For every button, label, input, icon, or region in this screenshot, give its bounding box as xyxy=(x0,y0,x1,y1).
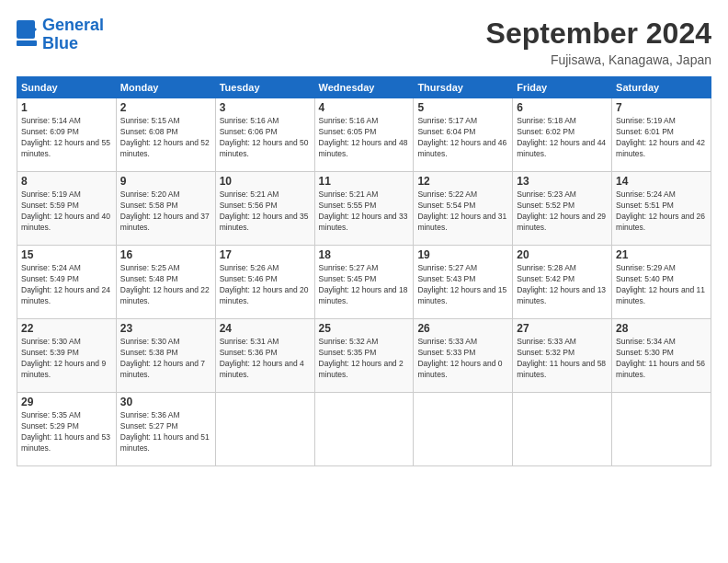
day-number: 24 xyxy=(220,322,311,335)
day-info: Sunrise: 5:26 AM Sunset: 5:46 PM Dayligh… xyxy=(220,263,311,307)
daylight-label: Daylight: 11 hours and 56 minutes. xyxy=(616,359,705,379)
sunset-label: Sunset: 6:06 PM xyxy=(220,127,278,136)
day-info: Sunrise: 5:19 AM Sunset: 5:59 PM Dayligh… xyxy=(21,190,112,234)
daylight-label: Daylight: 12 hours and 44 minutes. xyxy=(517,138,606,158)
calendar-cell: 30 Sunrise: 5:36 AM Sunset: 5:27 PM Dayl… xyxy=(116,393,215,466)
daylight-label: Daylight: 12 hours and 26 minutes. xyxy=(616,212,705,232)
sunrise-label: Sunrise: 5:16 AM xyxy=(319,116,379,125)
sunset-label: Sunset: 5:51 PM xyxy=(616,201,674,210)
sunrise-label: Sunrise: 5:33 AM xyxy=(417,337,477,346)
sunset-label: Sunset: 5:56 PM xyxy=(220,201,278,210)
day-info: Sunrise: 5:24 AM Sunset: 5:49 PM Dayligh… xyxy=(21,263,112,307)
day-info: Sunrise: 5:16 AM Sunset: 6:05 PM Dayligh… xyxy=(319,116,410,160)
daylight-label: Daylight: 12 hours and 31 minutes. xyxy=(417,212,506,232)
sunset-label: Sunset: 6:01 PM xyxy=(616,127,674,136)
calendar-cell: 28 Sunrise: 5:34 AM Sunset: 5:30 PM Dayl… xyxy=(612,319,711,393)
calendar-cell: 17 Sunrise: 5:26 AM Sunset: 5:46 PM Dayl… xyxy=(215,246,314,319)
calendar-cell: 10 Sunrise: 5:21 AM Sunset: 5:56 PM Dayl… xyxy=(215,172,314,246)
sunrise-label: Sunrise: 5:35 AM xyxy=(21,410,81,419)
day-info: Sunrise: 5:24 AM Sunset: 5:51 PM Dayligh… xyxy=(616,190,707,234)
calendar-week-4: 22 Sunrise: 5:30 AM Sunset: 5:39 PM Dayl… xyxy=(17,319,711,393)
sunrise-label: Sunrise: 5:17 AM xyxy=(417,116,477,125)
daylight-label: Daylight: 12 hours and 0 minutes. xyxy=(417,359,502,379)
svg-rect-2 xyxy=(17,40,37,46)
day-number: 16 xyxy=(120,248,211,261)
calendar-cell: 5 Sunrise: 5:17 AM Sunset: 6:04 PM Dayli… xyxy=(414,98,513,172)
sunset-label: Sunset: 5:27 PM xyxy=(120,421,178,431)
sunset-label: Sunset: 6:08 PM xyxy=(120,127,178,136)
sunset-label: Sunset: 5:29 PM xyxy=(21,421,79,431)
sunrise-label: Sunrise: 5:27 AM xyxy=(417,263,477,272)
calendar-cell: 13 Sunrise: 5:23 AM Sunset: 5:52 PM Dayl… xyxy=(513,172,612,246)
daylight-label: Daylight: 12 hours and 13 minutes. xyxy=(517,285,606,305)
sunset-label: Sunset: 5:46 PM xyxy=(220,274,278,283)
day-info: Sunrise: 5:31 AM Sunset: 5:36 PM Dayligh… xyxy=(220,337,311,381)
sunrise-label: Sunrise: 5:20 AM xyxy=(120,190,180,199)
calendar-cell: 8 Sunrise: 5:19 AM Sunset: 5:59 PM Dayli… xyxy=(17,172,117,246)
sunset-label: Sunset: 5:49 PM xyxy=(21,274,79,283)
sunset-label: Sunset: 5:32 PM xyxy=(517,348,574,357)
day-info: Sunrise: 5:22 AM Sunset: 5:54 PM Dayligh… xyxy=(417,190,508,234)
day-number: 20 xyxy=(517,248,608,261)
sunrise-label: Sunrise: 5:18 AM xyxy=(517,116,576,125)
day-info: Sunrise: 5:28 AM Sunset: 5:42 PM Dayligh… xyxy=(517,263,608,307)
logo-line1: General xyxy=(42,16,104,34)
day-number: 17 xyxy=(220,248,311,261)
calendar-cell: 29 Sunrise: 5:35 AM Sunset: 5:29 PM Dayl… xyxy=(17,393,117,466)
sunrise-label: Sunrise: 5:28 AM xyxy=(517,263,576,272)
sunset-label: Sunset: 5:33 PM xyxy=(417,348,475,357)
calendar-cell: 12 Sunrise: 5:22 AM Sunset: 5:54 PM Dayl… xyxy=(414,172,513,246)
calendar-week-3: 15 Sunrise: 5:24 AM Sunset: 5:49 PM Dayl… xyxy=(17,246,711,319)
sunset-label: Sunset: 6:09 PM xyxy=(21,127,79,136)
daylight-label: Daylight: 12 hours and 37 minutes. xyxy=(120,212,210,232)
calendar-header-wednesday: Wednesday xyxy=(314,77,414,98)
day-number: 10 xyxy=(220,175,311,188)
calendar-cell: 3 Sunrise: 5:16 AM Sunset: 6:06 PM Dayli… xyxy=(215,98,314,172)
day-number: 23 xyxy=(120,322,211,335)
sunrise-label: Sunrise: 5:29 AM xyxy=(616,263,676,272)
day-number: 12 xyxy=(417,175,508,188)
day-number: 5 xyxy=(417,101,508,114)
sunrise-label: Sunrise: 5:25 AM xyxy=(120,263,180,272)
calendar-cell: 20 Sunrise: 5:28 AM Sunset: 5:42 PM Dayl… xyxy=(513,246,612,319)
day-info: Sunrise: 5:25 AM Sunset: 5:48 PM Dayligh… xyxy=(120,263,211,307)
day-number: 19 xyxy=(417,248,508,261)
page: General Blue September 2024 Fujisawa, Ka… xyxy=(0,0,728,563)
day-info: Sunrise: 5:33 AM Sunset: 5:33 PM Dayligh… xyxy=(417,337,508,381)
sunset-label: Sunset: 5:58 PM xyxy=(120,201,178,210)
day-number: 25 xyxy=(319,322,410,335)
sunrise-label: Sunrise: 5:34 AM xyxy=(616,337,676,346)
day-info: Sunrise: 5:29 AM Sunset: 5:40 PM Dayligh… xyxy=(616,263,707,307)
day-info: Sunrise: 5:33 AM Sunset: 5:32 PM Dayligh… xyxy=(517,337,608,381)
sunset-label: Sunset: 5:35 PM xyxy=(319,348,377,357)
day-number: 4 xyxy=(319,101,410,114)
daylight-label: Daylight: 12 hours and 55 minutes. xyxy=(21,138,110,158)
calendar-cell: 22 Sunrise: 5:30 AM Sunset: 5:39 PM Dayl… xyxy=(17,319,117,393)
sunrise-label: Sunrise: 5:36 AM xyxy=(120,410,180,419)
daylight-label: Daylight: 12 hours and 2 minutes. xyxy=(319,359,404,379)
day-info: Sunrise: 5:27 AM Sunset: 5:45 PM Dayligh… xyxy=(319,263,410,307)
calendar-cell: 9 Sunrise: 5:20 AM Sunset: 5:58 PM Dayli… xyxy=(116,172,215,246)
calendar-cell: 1 Sunrise: 5:14 AM Sunset: 6:09 PM Dayli… xyxy=(17,98,117,172)
daylight-label: Daylight: 12 hours and 24 minutes. xyxy=(21,285,110,305)
calendar-cell xyxy=(513,393,612,466)
sunset-label: Sunset: 5:40 PM xyxy=(616,274,674,283)
daylight-label: Daylight: 12 hours and 48 minutes. xyxy=(319,138,408,158)
sunrise-label: Sunrise: 5:26 AM xyxy=(220,263,279,272)
day-info: Sunrise: 5:21 AM Sunset: 5:55 PM Dayligh… xyxy=(319,190,410,234)
calendar-cell: 15 Sunrise: 5:24 AM Sunset: 5:49 PM Dayl… xyxy=(17,246,117,319)
day-info: Sunrise: 5:35 AM Sunset: 5:29 PM Dayligh… xyxy=(21,410,112,454)
calendar-cell xyxy=(314,393,414,466)
calendar-header-friday: Friday xyxy=(513,77,612,98)
calendar-cell: 2 Sunrise: 5:15 AM Sunset: 6:08 PM Dayli… xyxy=(116,98,215,172)
day-info: Sunrise: 5:23 AM Sunset: 5:52 PM Dayligh… xyxy=(517,190,608,234)
day-info: Sunrise: 5:20 AM Sunset: 5:58 PM Dayligh… xyxy=(120,190,211,234)
calendar-cell xyxy=(215,393,314,466)
calendar-header-saturday: Saturday xyxy=(612,77,711,98)
day-number: 2 xyxy=(120,101,211,114)
sunrise-label: Sunrise: 5:27 AM xyxy=(319,263,379,272)
day-number: 22 xyxy=(21,322,112,335)
sunrise-label: Sunrise: 5:19 AM xyxy=(616,116,676,125)
daylight-label: Daylight: 12 hours and 52 minutes. xyxy=(120,138,210,158)
sunset-label: Sunset: 5:59 PM xyxy=(21,201,79,210)
